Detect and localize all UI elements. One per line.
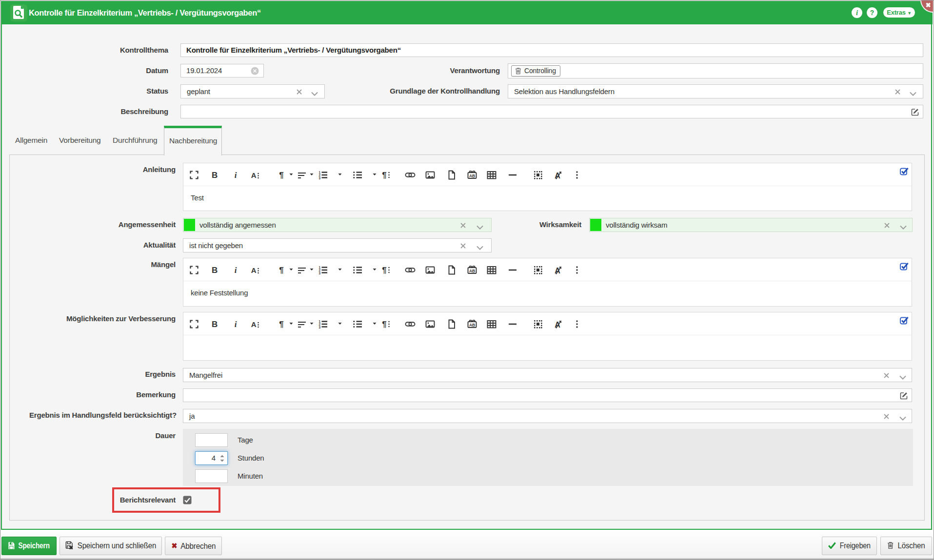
svg-text:A: A (251, 171, 257, 179)
svg-text:¶: ¶ (382, 171, 386, 180)
svg-text:¶: ¶ (279, 266, 283, 275)
svg-text:i: i (235, 266, 237, 275)
svg-text:3: 3 (319, 271, 321, 275)
svg-text:i: i (235, 171, 237, 180)
svg-text:¶: ¶ (279, 171, 283, 180)
svg-text:A: A (555, 172, 560, 180)
svg-text:3: 3 (319, 176, 321, 180)
svg-text:A: A (555, 321, 560, 329)
svg-text:AB: AB (469, 323, 475, 328)
svg-text:AB: AB (469, 174, 475, 178)
svg-text:3: 3 (319, 326, 321, 329)
svg-text:A: A (251, 266, 257, 274)
svg-text:¶: ¶ (279, 320, 283, 329)
svg-text:B: B (212, 320, 218, 329)
svg-text:¶: ¶ (382, 320, 386, 329)
svg-text:B: B (212, 266, 218, 275)
svg-text:A: A (251, 320, 257, 328)
svg-text:B: B (212, 171, 218, 180)
svg-text:¶: ¶ (382, 266, 386, 275)
svg-text:i: i (235, 320, 237, 329)
svg-text:A: A (555, 267, 560, 275)
svg-text:AB: AB (469, 269, 475, 273)
